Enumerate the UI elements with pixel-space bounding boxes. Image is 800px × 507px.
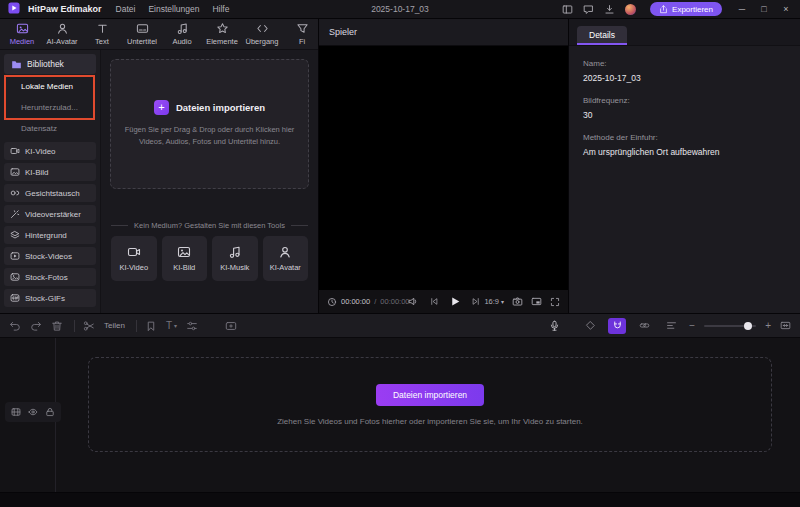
prev-frame-button[interactable] <box>429 297 438 306</box>
split-button[interactable] <box>83 320 95 332</box>
tool-ki-video[interactable]: KI-Video <box>111 236 157 281</box>
menu-einstellungen[interactable]: Einstellungen <box>148 4 199 14</box>
menu-datei[interactable]: Datei <box>116 4 136 14</box>
tab-medien[interactable]: Medien <box>2 19 42 49</box>
sidebar-item-stock-videos[interactable]: Stock-Videos <box>4 247 96 265</box>
sidebar-item-datensatz[interactable]: Datensatz <box>0 118 100 139</box>
detail-field-import-method: Methode der Einfuhr: Am ursprünglichen O… <box>583 133 786 157</box>
fullscreen-icon[interactable] <box>550 297 560 307</box>
tab-text[interactable]: Text <box>82 19 122 49</box>
slider-knob[interactable] <box>744 322 752 330</box>
subtitle-tab-icon <box>136 22 149 35</box>
undo-button[interactable] <box>9 320 21 332</box>
details-header: Details <box>569 19 800 46</box>
details-panel: Details Name: 2025-10-17_03 Bildfrequenz… <box>568 19 800 313</box>
timeline-zoom-slider[interactable] <box>704 325 756 327</box>
face-swap-icon <box>10 188 20 198</box>
track-thumbnail-icon[interactable] <box>11 407 21 417</box>
timeline-dropzone[interactable]: Dateien importieren Ziehen Sie Videos un… <box>88 357 772 452</box>
tool-ki-bild[interactable]: KI-Bild <box>162 236 208 281</box>
adjust-button[interactable] <box>186 320 198 332</box>
pip-button[interactable] <box>225 320 237 332</box>
zoom-out-button[interactable]: − <box>689 321 695 331</box>
tab-audio[interactable]: Audio <box>162 19 202 49</box>
import-hint: Fügen Sie per Drag & Drop oder durch Kli… <box>121 124 299 147</box>
magnet-snap-toggle[interactable] <box>608 318 626 334</box>
sidebar-item-ki-video[interactable]: KI-Video <box>4 142 96 160</box>
play-button[interactable] <box>449 296 460 307</box>
sidebar-item-bibliothek[interactable]: Bibliothek <box>4 54 96 74</box>
minimize-button[interactable]: ─ <box>736 4 748 14</box>
detail-field-name: Name: 2025-10-17_03 <box>583 59 786 83</box>
sidebar-item-stock-gifs[interactable]: Stock-GIFs <box>4 289 96 307</box>
voiceover-mic-button[interactable] <box>549 320 560 331</box>
tools-header-label: Kein Medium? Gestalten Sie mit diesen To… <box>134 221 285 230</box>
aspect-ratio-select[interactable]: 16:9 ▾ <box>484 297 504 306</box>
feedback-icon[interactable] <box>583 4 594 15</box>
maximize-button[interactable]: □ <box>758 4 770 14</box>
track-lock-icon[interactable] <box>45 407 55 417</box>
ai-video-icon <box>10 146 20 156</box>
redo-button[interactable] <box>30 320 42 332</box>
auto-ripple-toggle[interactable] <box>662 318 680 334</box>
timeline-import-button[interactable]: Dateien importieren <box>376 384 484 406</box>
stock-gifs-icon <box>10 293 20 303</box>
divider-line <box>291 225 308 226</box>
sidebar-item-herunterzuladende[interactable]: Herunterzulad... <box>0 97 100 118</box>
sidebar: Bibliothek Lokale Medien Herunterzulad..… <box>0 50 100 313</box>
tab-filter[interactable]: Fi <box>282 19 318 49</box>
sidebar-item-lokale-medien[interactable]: Lokale Medien <box>0 76 100 97</box>
download-icon[interactable] <box>604 4 615 15</box>
user-avatar[interactable] <box>625 4 636 15</box>
time-current: 00:00:00 <box>341 297 370 306</box>
enhancer-icon <box>10 209 20 219</box>
next-frame-button[interactable] <box>471 297 480 306</box>
field-label: Name: <box>583 59 786 68</box>
export-icon <box>659 5 668 14</box>
tab-uebergang[interactable]: Übergang <box>242 19 282 49</box>
close-button[interactable]: × <box>780 4 792 14</box>
stock-videos-icon <box>10 251 20 261</box>
split-label[interactable]: Teilen <box>104 321 125 330</box>
tab-details[interactable]: Details <box>577 26 627 45</box>
text-tool-button[interactable]: T ▾ <box>166 320 177 331</box>
sidebar-item-hintergrund[interactable]: Hintergrund <box>4 226 96 244</box>
zoom-in-button[interactable]: + <box>765 321 771 331</box>
creation-tools: KI-Video KI-Bild KI-Musik KI-Avatar <box>111 236 308 281</box>
chevron-down-icon: ▾ <box>501 299 504 305</box>
import-dropzone[interactable]: + Dateien importieren Fügen Sie per Drag… <box>110 59 309 189</box>
sidebar-item-stock-fotos[interactable]: Stock-Fotos <box>4 268 96 286</box>
stock-photos-icon <box>10 272 20 282</box>
tab-elemente[interactable]: Elemente <box>202 19 242 49</box>
menu-hilfe[interactable]: Hilfe <box>212 4 229 14</box>
volume-icon[interactable] <box>407 296 418 307</box>
audio-tab-icon <box>176 22 189 35</box>
field-label: Bildfrequenz: <box>583 96 786 105</box>
elements-tab-icon <box>216 22 229 35</box>
fit-timeline-button[interactable] <box>780 320 791 331</box>
tool-ki-avatar[interactable]: KI-Avatar <box>263 236 309 281</box>
export-button[interactable]: Exportieren <box>650 2 722 16</box>
link-clips-toggle[interactable] <box>635 318 653 334</box>
timeline-toolbar: Teilen T ▾ − + <box>0 313 800 338</box>
field-value: 2025-10-17_03 <box>583 73 786 83</box>
detail-field-framerate: Bildfrequenz: 30 <box>583 96 786 120</box>
keyframe-toggle[interactable] <box>581 318 599 334</box>
tab-ai-avatar[interactable]: AI-Avatar <box>42 19 82 49</box>
folder-icon <box>11 59 22 70</box>
snapshot-icon[interactable] <box>512 296 523 307</box>
tab-untertitel[interactable]: Untertitel <box>122 19 162 49</box>
sidebar-item-ki-bild[interactable]: KI-Bild <box>4 163 96 181</box>
timeline[interactable]: Dateien importieren Ziehen Sie Videos un… <box>0 338 800 507</box>
sidebar-item-videoverstaerker[interactable]: Videoverstärker <box>4 205 96 223</box>
layout-icon[interactable] <box>562 4 573 15</box>
mini-player-icon[interactable] <box>531 296 542 307</box>
plus-icon: + <box>154 100 169 115</box>
sidebar-item-gesichtstausch[interactable]: Gesichtstausch <box>4 184 96 202</box>
marker-button[interactable] <box>145 320 157 332</box>
track-visibility-icon[interactable] <box>28 407 38 417</box>
delete-button[interactable] <box>51 320 63 332</box>
player-title: Spieler <box>329 27 357 37</box>
player-header: Spieler <box>319 19 568 46</box>
tool-ki-musik[interactable]: KI-Musik <box>212 236 258 281</box>
